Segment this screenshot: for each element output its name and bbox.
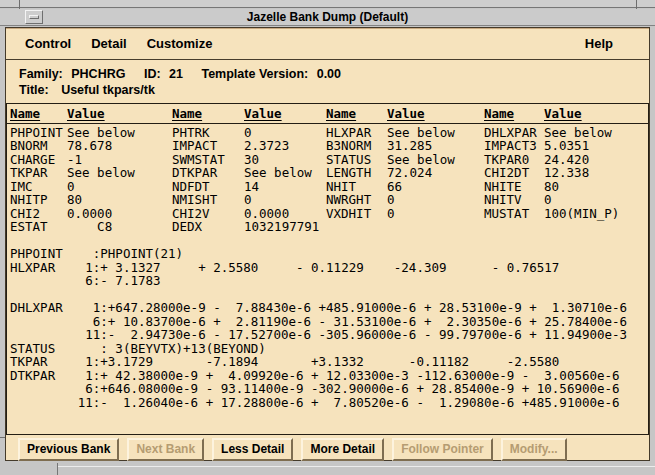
menu-customize[interactable]: Customize (147, 36, 213, 51)
desktop-background-strip (0, 461, 655, 475)
less-detail-button[interactable]: Less Detail (212, 438, 293, 461)
param-value: See below (67, 126, 172, 140)
title-label: Title: (19, 83, 49, 97)
modify-button[interactable]: Modify... (501, 438, 567, 461)
param-name: LENGTH (326, 166, 387, 180)
param-name: NHITP (10, 193, 67, 207)
param-value: 0 (244, 193, 326, 207)
param-value: See below (387, 153, 484, 167)
dump-detail-line: 6:+646.08000e-9 - 93.11400e-9 -302.90000… (10, 382, 648, 396)
col-header-name: Name (484, 107, 544, 121)
param-value: 78.678 (67, 139, 172, 153)
param-value: 0.0000 (244, 207, 326, 221)
menu-control[interactable]: Control (25, 36, 71, 51)
param-value: 24.420 (544, 153, 648, 167)
follow-pointer-button[interactable]: Follow Pointer (392, 438, 493, 461)
param-name: CHARGE (10, 153, 67, 167)
window-title: Jazelle Bank Dump (Default) (0, 10, 655, 24)
param-name: NDFDT (172, 180, 244, 194)
template-version-label: Template Version: (201, 67, 308, 81)
menu-help[interactable]: Help (585, 36, 613, 51)
background-window-edge-vertical (57, 463, 58, 475)
param-value: 0 (387, 207, 484, 221)
param-value: 0 (67, 180, 172, 194)
col-header-name: Name (326, 107, 387, 121)
param-name (484, 220, 544, 234)
more-detail-button[interactable]: More Detail (301, 438, 384, 461)
param-name: DEDX (172, 220, 244, 234)
param-name: TKPAR0 (484, 153, 544, 167)
bank-dump-area[interactable]: Name Value Name Value Name Value Name Va… (6, 103, 649, 435)
dump-detail-line: 6:- 7.1783 (10, 274, 648, 288)
param-value: 1032197791 (244, 220, 326, 234)
dump-detail-line (10, 234, 648, 248)
table-header-row: Name Value Name Value Name Value Name Va… (7, 106, 648, 124)
param-name: SWMSTAT (172, 153, 244, 167)
dump-detail-line: 11:- 2.94730e-6 - 17.52700e-6 -305.96000… (10, 328, 648, 342)
family-value: PHCHRG (71, 67, 125, 81)
param-name: DTKPAR (172, 166, 244, 180)
dump-detail-line: TKPAR 1:+3.1729 -7.1894 +3.1332 -0.11182… (10, 355, 648, 369)
id-value: 21 (169, 67, 183, 81)
param-value: 12.338 (544, 166, 648, 180)
param-name: PHPOINT (10, 126, 67, 140)
col-header-name: Name (10, 107, 67, 121)
param-value: 0 (387, 193, 484, 207)
param-name (326, 220, 387, 234)
col-header-value: Value (387, 107, 484, 121)
dump-detail-line: HLXPAR 1:+ 3.1327 + 2.5580 - 0.11229 -24… (10, 261, 648, 275)
param-name: IMPACT3 (484, 139, 544, 153)
family-label: Family: (19, 67, 63, 81)
bank-info-line2: Title: Useful tkpars/tk (19, 82, 649, 98)
param-name: BNORM (10, 139, 67, 153)
param-name: IMC (10, 180, 67, 194)
param-value: 31.285 (387, 139, 484, 153)
window-frame-top-edge[interactable] (0, 0, 655, 8)
bank-title-value: Useful tkpars/tk (61, 83, 155, 97)
param-name: IMPACT (172, 139, 244, 153)
param-value: 80 (67, 193, 172, 207)
background-window-edge-horizontal (57, 466, 655, 467)
param-value: See below (387, 126, 484, 140)
param-value: 14 (244, 180, 326, 194)
param-value: 2.3723 (244, 139, 326, 153)
menu-detail[interactable]: Detail (91, 36, 126, 51)
dump-detail-line: DHLXPAR 1:+647.28000e-9 - 7.88430e-6 +48… (10, 301, 648, 315)
param-name: STATUS (326, 153, 387, 167)
param-value: 66 (387, 180, 484, 194)
next-bank-button[interactable]: Next Bank (127, 438, 204, 461)
param-value: 100(MIN_P) (544, 207, 648, 221)
menubar: Control Detail Customize Help (6, 28, 649, 60)
param-name: NHITV (484, 193, 544, 207)
param-value: 30 (244, 153, 326, 167)
dump-detail-line: 6:+ 10.83700e-6 + 2.81190e-6 - 31.53100e… (10, 315, 648, 329)
param-name: HLXPAR (326, 126, 387, 140)
param-value: 72.024 (387, 166, 484, 180)
window-menu-button[interactable] (25, 10, 43, 24)
param-value (387, 220, 484, 234)
param-name: PHTRK (172, 126, 244, 140)
param-name: B3NORM (326, 139, 387, 153)
param-name: CHI2 (10, 207, 67, 221)
dump-detail-line: STATUS : 3(BEYVTX)+13(BEYOND) (10, 342, 648, 356)
window-menu-dash-icon (29, 15, 39, 19)
previous-bank-button[interactable]: Previous Bank (18, 438, 119, 461)
param-name: NHIT (326, 180, 387, 194)
titlebar[interactable]: Jazelle Bank Dump (Default) (0, 9, 655, 26)
jazelle-window: Jazelle Bank Dump (Default) Control Deta… (0, 0, 655, 475)
param-name: NMISHT (172, 193, 244, 207)
dump-detail-line: 11:- 1.26040e-6 + 17.28800e-6 + 7.80520e… (10, 396, 648, 410)
param-name: MUSTAT (484, 207, 544, 221)
param-value: C8 (67, 220, 172, 234)
bank-info-panel: Family: PHCHRG ID: 21 Template Version: … (6, 60, 649, 103)
param-name: NHITE (484, 180, 544, 194)
bank-info-line1: Family: PHCHRG ID: 21 Template Version: … (19, 66, 649, 82)
template-version-value: 0.00 (317, 67, 341, 81)
col-header-value: Value (244, 107, 326, 121)
param-value: 80 (544, 180, 648, 194)
col-header-name: Name (172, 107, 244, 121)
col-header-value: Value (67, 107, 172, 121)
param-name: VXDHIT (326, 207, 387, 221)
param-name: ESTAT (10, 220, 67, 234)
param-value (544, 220, 648, 234)
